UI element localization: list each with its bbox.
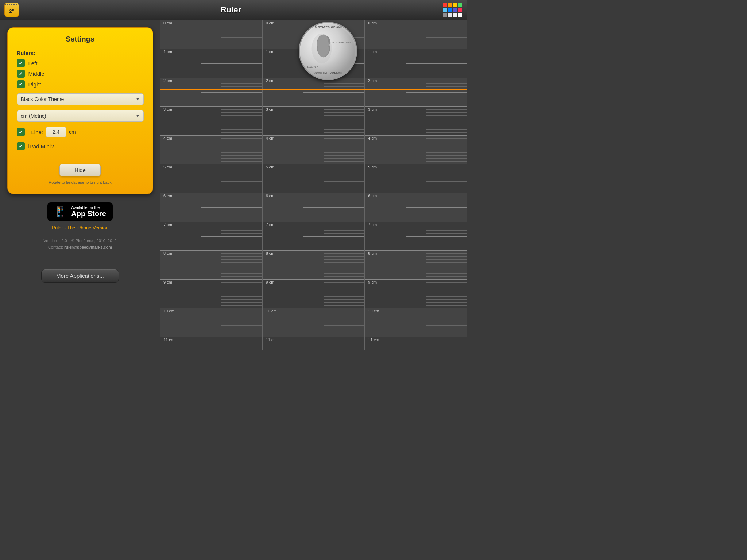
ruler-tick-main [263,78,365,78]
ruler-tick-mm [201,265,262,265]
orange-line[interactable] [160,89,467,90]
ruler-tick-mm [426,314,467,314]
ruler-tick-mm [221,334,262,334]
ruler-tick-mm [221,331,262,331]
ruler-tick-mm [221,288,262,288]
ruler-tick-main [263,135,365,136]
checkbox-middle[interactable]: Middle [17,70,144,78]
ruler-tick-mm [426,86,467,87]
ruler-tick-mm [221,187,262,187]
line-row: Line: cm [17,127,144,137]
theme-dropdown[interactable]: Black Color Theme [17,93,144,105]
ruler-tick-mm [426,72,467,72]
ruler-tick-main [263,279,365,280]
left-panel: Settings Rulers: Left Middle Right Black… [0,20,160,350]
ruler-tick-mm [221,147,262,147]
ruler-tick-mm [221,26,262,26]
ruler-tick-mm [324,132,364,133]
ruler-tick-mm [426,305,467,306]
color-dot-8 [443,13,447,17]
ruler-tick-mm [303,265,364,265]
color-grid[interactable] [443,3,462,17]
ruler-tick-mm [324,245,364,245]
ruler-area: 0 cm1 cm2 cm3 cm4 cm5 cm6 cm7 cm8 cm9 cm… [160,20,467,350]
ruler-tick-mm [426,346,467,346]
ruler-tick-main [263,250,365,251]
ruler-tick-mm [221,291,262,291]
ruler-tick-mm [324,173,364,173]
ruler-tick-mm [426,317,467,317]
ruler-tick-mm [221,55,262,55]
ruler-tick-mm [324,109,364,110]
ruler-tick-mm [426,210,467,210]
ruler-tick-mm [221,184,262,184]
ruler-tick-mm [324,141,364,141]
app-store-top-line: Available on the [71,205,106,210]
ruler-cm-label: 5 cm [368,165,377,169]
ruler-tick-mm [324,239,364,239]
units-dropdown[interactable]: cm (Metric) [17,110,144,122]
ruler-tick-main [263,308,365,308]
ruler-tick-mm [426,334,467,334]
hide-button[interactable]: Hide [59,164,101,176]
ruler-tick-mm [426,262,467,262]
ruler-tick-mm [221,196,262,196]
checkbox-left-label: Left [28,60,38,66]
settings-divider [17,157,144,157]
ruler-tick-mm [324,325,364,326]
contact-email[interactable]: ruler@speedymarks.com [64,245,112,249]
ruler-tick-mm [221,199,262,199]
line-label: Line: [31,129,43,135]
ruler-tick-mm [406,63,467,64]
ruler-tick-main [263,106,365,107]
ruler-tick-mm [406,35,467,35]
color-dot-5 [448,8,452,12]
app-store-badge[interactable]: 📱 Available on the App Store [47,202,113,221]
ruler-tick-mm [324,233,364,234]
ruler-tick-mm [324,314,364,314]
ruler-tick-mm [221,228,262,228]
checkbox-right[interactable]: Right [17,80,144,88]
ruler-tick-mm [221,268,262,268]
ruler-tick-mm [426,66,467,66]
ruler-tick-mm [324,328,364,328]
copyright-text: © Piet Jonas, 2010, 2012 [71,238,117,243]
iphone-version-link[interactable]: Ruler - The iPhone Version [52,225,109,230]
checkbox-left[interactable]: Left [17,59,144,67]
line-input[interactable] [46,127,66,137]
ruler-tick-mm [221,181,262,182]
ruler-tick-mm [324,196,364,196]
ruler-tick-mm [324,311,364,311]
ruler-tick-mm [426,288,467,288]
ruler-tick-mm [426,248,467,248]
ruler-tick-mm [221,253,262,254]
ruler-tick-mm [201,179,262,179]
ruler-cm-label: 0 cm [368,21,377,25]
ruler-tick-mm [221,40,262,40]
ruler-tick-mm [426,285,467,285]
ruler-tick-mm [303,121,364,121]
ruler-tick-mm [221,23,262,23]
ruler-tick-mm [221,225,262,225]
ruler-tick-mm [221,118,262,118]
ruler-tick-mm [221,101,262,101]
ruler-tick-mm [324,248,364,248]
app-icon-label: 2" [9,8,14,14]
ruler-tick-main [160,222,262,222]
ruler-tick-mm [201,92,262,93]
ruler-tick-mm [426,202,467,202]
ruler-tick-mm [426,242,467,242]
ruler-tick-mm [426,115,467,116]
ipad-mini-row[interactable]: iPad Mini? [17,142,144,150]
ruler-tick-mm [426,104,467,104]
ruler-tick-mm [426,170,467,170]
more-apps-button[interactable]: More Applications... [41,269,119,283]
ruler-cm-label: 11 cm [368,338,379,342]
ruler-tick-mm [324,299,364,300]
ruler-tick-mm [426,190,467,190]
ruler-tick-main [160,164,262,164]
ruler-tick-main [160,49,262,49]
ruler-tick-mm [324,273,364,274]
ruler-column-right: 0 cm1 cm2 cm3 cm4 cm5 cm6 cm7 cm8 cm9 cm… [365,20,467,350]
ruler-tick-mm [221,155,262,156]
